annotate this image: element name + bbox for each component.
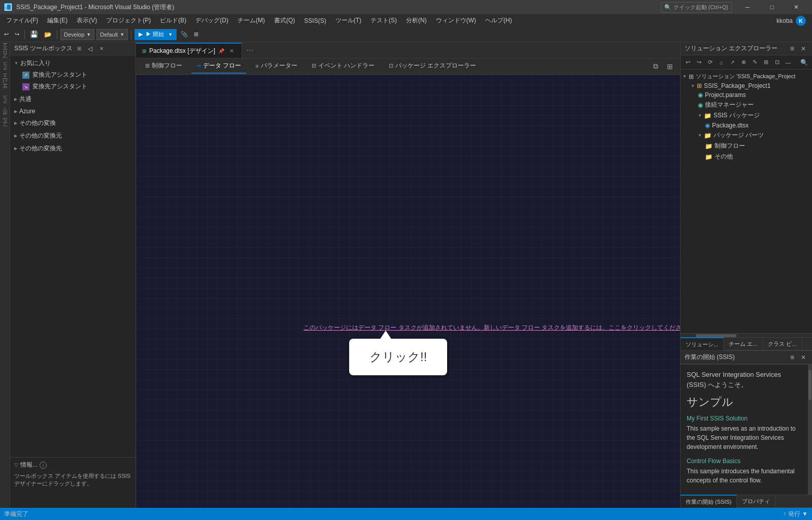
arrow-right-icon-azure: ▶ [14,109,17,114]
menu-view[interactable]: 表示(V) [73,15,101,26]
se-item-project-params[interactable]: ◉ Project.params [681,90,812,100]
designer-grid-btn[interactable]: ⊞ [664,60,676,73]
package-tab[interactable]: ⊞ Package.dtsx [デザイン] 📌 ✕ [136,43,242,58]
se-close-btn[interactable]: ✕ [799,44,808,53]
menu-format[interactable]: 書式(Q) [270,15,299,26]
save-all-btn[interactable]: 💾 [28,29,40,40]
menu-team[interactable]: チーム(M) [233,15,269,26]
se-item-control-flow[interactable]: 📁 制御フロー [681,141,812,151]
se-pin-btn[interactable]: ⊞ [788,44,797,53]
right-panel: ソリューション エクスプローラー ⊞ ✕ ↩ ↪ ⟳ ⌂ ↗ ⊕ ✎ ⊞ ⊡ —… [680,42,812,508]
se-btn-edit[interactable]: ✎ [750,57,760,68]
toolbox-close-btn[interactable]: ✕ [97,44,106,53]
toolbox-section-azure-header[interactable]: ▶ Azure [10,106,136,116]
se-item-solution[interactable]: ▼ ⊞ ソリューション 'SSIS_Package_Project [681,72,812,81]
source-assistant-icon: ↗ [22,72,29,79]
menu-edit[interactable]: 編集(E) [43,15,72,26]
se-tab-solution[interactable]: ソリューシ... [681,337,724,350]
gs-title-text: 作業の開始 (SSIS) [685,353,786,362]
redo-btn[interactable]: ↪ [13,29,21,40]
se-search-btn[interactable]: 🔍 [798,57,810,68]
gs-scrollbar[interactable] [808,365,812,495]
toolbox-section-other-dest-header[interactable]: ▶ その他の変換先 [10,143,136,154]
gs-close-btn[interactable]: ✕ [799,353,808,362]
gs-link-1[interactable]: My First SSIS Solution [687,415,748,422]
toolbox-item-source-assistant[interactable]: ↗ 変換元アシスタント [10,69,136,81]
user-avatar[interactable]: K [796,16,806,26]
design-canvas[interactable]: このパッケージにはデータ フロー タスクが追加されていません。新しいデータ フロ… [136,75,680,508]
undo-btn[interactable]: ↩ [2,29,11,40]
se-btn-back[interactable]: ↩ [683,57,693,68]
menu-file[interactable]: ファイル(F) [2,15,42,26]
toolbox-footer: ▽ 情報... i ツールボックス アイテムを使用するには SSIS デザイナー… [10,457,136,508]
se-btn-expand[interactable]: ⊞ [761,57,771,68]
toolbox-collapse-btn[interactable]: ◁ [86,44,95,53]
se-btn-refresh[interactable]: ⟳ [705,57,715,68]
se-btn-forward[interactable]: ↪ [694,57,704,68]
arrow-right-icon-other-dest: ▶ [14,146,17,151]
toolbox-section-other-transform-header[interactable]: ▶ その他の変換 [10,117,136,129]
toolbox-section-favorites-header[interactable]: ▼ お気に入り [10,57,136,69]
toolbox-vtab[interactable]: ツールボックス [1,94,10,133]
toolbox-item-dest-assistant[interactable]: ↘ 変換先アシスタント [10,81,136,92]
misc-btn[interactable]: ⊞ [192,29,200,40]
toolbox-pin-btn[interactable]: ⊞ [75,44,84,53]
se-tab-class[interactable]: クラス ビ... [763,337,802,350]
minimize-button[interactable]: ─ [736,0,759,14]
menu-test[interactable]: テスト(S) [366,15,401,26]
menu-window[interactable]: ウィンドウ(W) [432,15,480,26]
gs-tab-properties[interactable]: プロパティ [737,495,775,508]
canvas-click-hint[interactable]: このパッケージにはデータ フロー タスクが追加されていません。新しいデータ フロ… [303,323,680,332]
se-item-package-dtsx[interactable]: ◉ Package.dtsx [681,121,812,130]
se-item-project[interactable]: ▼ ⊞ SSIS_Package_Project1 [681,81,812,90]
platform-dropdown[interactable]: Default ▼ [96,29,128,40]
gs-header: 作業の開始 (SSIS) ⊞ ✕ [681,351,812,364]
status-right: ↑ 発行 ▼ [783,510,808,518]
se-btn-collapse[interactable]: ⊡ [772,57,782,68]
gs-pin-btn[interactable]: ⊞ [788,353,797,362]
server-explorer-vtab[interactable]: サーバー エクスプローラー [1,44,10,94]
designer-tab-control-flow[interactable]: ⊞ 制御フロー [140,59,187,74]
config-dropdown[interactable]: Develop ▼ [60,29,94,40]
designer-tab-event-handlers[interactable]: ⊟ イベント ハンドラー [307,59,380,74]
designer-copy-btn[interactable]: ⧉ [650,60,662,73]
toolbox-section-other-source: ▶ その他の変換元 [10,130,136,142]
tab-overflow-btn[interactable]: ⋯ [242,43,257,58]
se-item-package-parts-folder[interactable]: ▼ 📁 パッケージ バーツ [681,130,812,141]
gs-tab-getting-started[interactable]: 作業の開始 (SSIS) [681,495,737,508]
se-btn-show-all[interactable]: ↗ [727,57,737,68]
toolbox-section-other-source-header[interactable]: ▶ その他の変換元 [10,130,136,142]
close-button[interactable]: ✕ [785,0,808,14]
se-tab-team[interactable]: チーム エ... [724,337,763,350]
se-item-other[interactable]: 📁 その他 [681,151,812,162]
attach-btn[interactable]: 📎 [179,29,190,40]
gs-link-2[interactable]: Control Flow Basics [687,458,740,465]
menu-debug[interactable]: デバッグ(D) [191,15,232,26]
se-btn-filter[interactable]: — [783,57,793,68]
menu-ssis[interactable]: SSIS(S) [300,16,330,25]
window-controls: ─ □ ✕ [736,0,808,14]
se-horizontal-scrollbar[interactable] [681,333,812,337]
designer-tab-package-explorer[interactable]: ⊡ パッケージ エクスプローラー [384,59,481,74]
designer-tab-data-flow[interactable]: ⇒ データ フロー [191,59,246,74]
menu-tools[interactable]: ツール(T) [331,15,365,26]
menu-help[interactable]: ヘルプ(H) [481,15,516,26]
parameters-icon: ≡ [255,63,258,69]
maximize-button[interactable]: □ [760,0,784,14]
se-item-connection-manager[interactable]: ◉ 接続マネージャー [681,100,812,110]
toolbox-section-common-header[interactable]: ▶ 共通 [10,93,136,105]
menu-build[interactable]: ビルド(B) [156,15,190,26]
save-all-icon: 💾 [30,30,38,38]
play-button[interactable]: ▶ ▶ 開始 ▼ [134,29,177,40]
se-btn-home[interactable]: ⌂ [716,57,726,68]
open-btn[interactable]: 📂 [42,29,54,40]
menu-analyze[interactable]: 分析(N) [402,15,431,26]
menu-project[interactable]: プロジェクト(P) [102,15,155,26]
tab-close-btn[interactable]: ✕ [227,47,235,55]
se-btn-add[interactable]: ⊕ [738,57,749,68]
toolbox-footer-text: ツールボックス アイテムを使用するには SSIS デザイナーにドラッグします。 [14,472,131,488]
package-tab-icon: ⊞ [142,48,146,54]
se-item-ssis-packages-folder[interactable]: ▼ 📁 SSIS パッケージ [681,110,812,121]
quick-launch-search[interactable]: 🔍 クイック起動 (Ctrl+Q) [661,2,732,13]
designer-tab-parameters[interactable]: ≡ パラメーター [250,59,302,74]
